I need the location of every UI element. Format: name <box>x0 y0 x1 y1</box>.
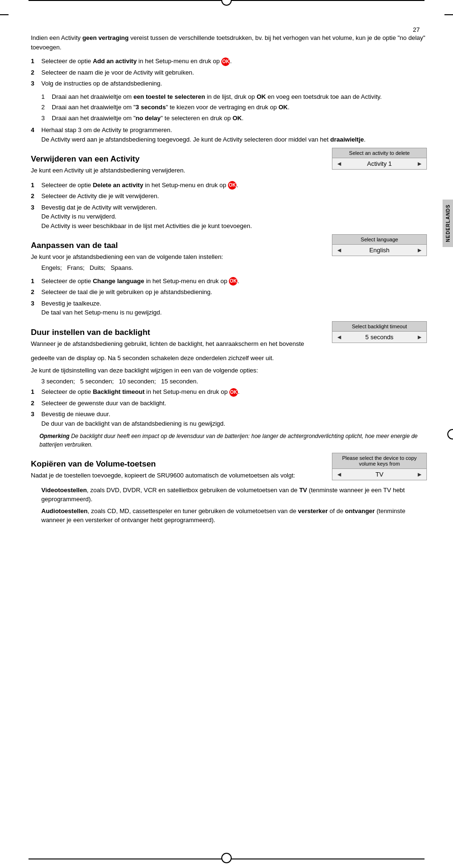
ok-icon: OK <box>221 57 230 66</box>
video-label: Videotoestellen <box>41 486 87 494</box>
left-arrow-icon-2: ◄ <box>336 247 342 254</box>
top-circle-decoration <box>221 0 232 6</box>
step-2-num: 2 <box>31 68 39 77</box>
step-1: 1 Selecteer de optie Add an activity in … <box>31 57 427 66</box>
step-2: 2 Selecteer de naam die je voor de Activ… <box>31 68 427 77</box>
b-step-2: 2 Selecteer de gewenste duur van de back… <box>31 399 427 408</box>
b-step-2-text: Selecteer de gewenste duur van de backli… <box>41 399 166 408</box>
kopiëren-ui-value: TV <box>342 471 416 478</box>
substep-2-num: 2 <box>41 103 50 112</box>
b-step-1: 1 Selecteer de optie Backlight timeout i… <box>31 387 427 397</box>
backlight-ui-row: ◄ 5 seconds ► <box>332 332 426 343</box>
aanpassen-steps: 1 Selecteer de optie Change language in … <box>31 277 427 317</box>
step4-list: 4 Herhaal stap 3 om de Activity te progr… <box>31 125 427 144</box>
v-step-3: 3 Bevestig dat je de Activity wilt verwi… <box>31 203 427 231</box>
b-step-1-text: Selecteer de optie Backlight timeout in … <box>41 387 240 397</box>
kopiëren-heading: Kopiëren van de Volume-toetsen <box>31 459 326 469</box>
verwijderen-text-col: Verwijderen van een Activity Je kunt een… <box>31 148 326 178</box>
ok-icon-3: OK <box>229 277 237 286</box>
verwijderen-intro: Je kunt een Activity uit je afstandsbedi… <box>31 166 326 175</box>
b-step-2-num: 2 <box>31 399 39 408</box>
remark-text: De backlight duur heeft een impact op de… <box>39 433 418 448</box>
backlight-steps: 1 Selecteer de optie Backlight timeout i… <box>31 387 427 428</box>
verwijderen-ui-col: Select an activity to delete ◄ Activity … <box>332 148 427 170</box>
step-4-text: Herhaal stap 3 om de Activity te program… <box>41 125 366 144</box>
right-circle-decoration <box>447 429 453 439</box>
a-step-1-num: 1 <box>31 277 39 286</box>
remark-label: Opmerking <box>39 433 71 439</box>
backlight-heading: Duur instellen van de backlight <box>31 328 326 337</box>
v-step-2-text: Selecteer de Activity die je wilt verwij… <box>41 191 159 201</box>
substep-3: 3 Draai aan het draaiwieltje om "no dela… <box>41 114 427 123</box>
backlight-options: 3 seconden; 5 seconden; 10 seconden; 15 … <box>41 378 427 385</box>
substep-3-text: Draai aan het draaiwieltje om "no delay"… <box>52 114 244 123</box>
step-2-text: Selecteer de naam die je voor de Activit… <box>41 68 194 77</box>
section-kopiëren: Kopiëren van de Volume-toetsen Nadat je … <box>31 453 427 483</box>
a-step-3-num: 3 <box>31 299 39 317</box>
verwijderen-ui-row: ◄ Activity 1 ► <box>332 158 426 169</box>
backlight-extra-text2: Je kunt de tijdsinstelling van deze back… <box>31 366 427 375</box>
ok-icon-2: OK <box>228 181 236 190</box>
v-step-1: 1 Selecteer de optie Delete an activity … <box>31 181 427 190</box>
kopiëren-intro: Nadat je de toestellen toevoegde, kopiee… <box>31 471 326 480</box>
verwijderen-steps: 1 Selecteer de optie Delete an activity … <box>31 181 427 231</box>
aanpassen-ui-row: ◄ English ► <box>332 245 426 256</box>
v-step-2-num: 2 <box>31 191 39 201</box>
aanpassen-ui-box: Select language ◄ English ► <box>332 234 427 256</box>
b-step-3-text: Bevestig de nieuwe duur. De duur van de … <box>41 410 225 428</box>
bottom-circle-decoration <box>221 853 232 863</box>
left-arrow-icon: ◄ <box>336 160 342 167</box>
language-tab: NEDERLANDS <box>443 200 453 247</box>
right-notch <box>444 14 453 29</box>
aanpassen-ui-col: Select language ◄ English ► <box>332 234 427 256</box>
kopiëren-ui-col: Please select the device to copy volume … <box>332 453 427 480</box>
step-3-num: 3 <box>31 79 39 88</box>
main-steps-list: 1 Selecteer de optie Add an activity in … <box>31 57 427 88</box>
right-arrow-icon: ► <box>416 160 423 167</box>
v-step-1-num: 1 <box>31 181 39 190</box>
v-step-3-num: 3 <box>31 203 39 231</box>
step-1-text: Selecteer de optie Add an activity in he… <box>41 57 232 66</box>
page-number: 27 <box>413 26 420 33</box>
verwijderen-ui-value: Activity 1 <box>342 160 416 167</box>
right-arrow-icon-3: ► <box>416 334 423 341</box>
v-step-3-text: Bevestig dat je de Activity wilt verwijd… <box>41 203 252 231</box>
a-step-2-text: Selecteer de taal die je wilt gebruiken … <box>41 287 212 297</box>
a-step-1: 1 Selecteer de optie Change language in … <box>31 277 427 286</box>
aanpassen-ui-value: English <box>342 247 416 254</box>
substep-2-text: Draai aan het draaiwieltje om "3 seconds… <box>52 103 290 112</box>
backlight-intro: Wanneer je de afstandsbediening gebruikt… <box>31 339 326 349</box>
right-arrow-icon-2: ► <box>416 247 423 254</box>
substep-3-num: 3 <box>41 114 50 123</box>
backlight-ui-box: Select backlight timeout ◄ 5 seconds ► <box>332 321 427 343</box>
audio-toestellen-block: Audiotoestellen, zoals CD, MD, cassettes… <box>41 506 427 525</box>
aanpassen-intro: Je kunt voor je afstandsbediening een va… <box>31 252 326 262</box>
substep-1-text: Draai aan het draaiwieltje om een toeste… <box>52 92 382 102</box>
substep-2: 2 Draai aan het draaiwieltje om "3 secon… <box>41 103 427 112</box>
video-toestellen-block: Videotoestellen, zoals DVD, DVDR, VCR en… <box>41 486 427 504</box>
step-1-num: 1 <box>31 57 39 66</box>
aanpassen-ui-header: Select language <box>332 235 426 245</box>
section-aanpassen: Aanpassen van de taal Je kunt voor je af… <box>31 234 427 274</box>
main-content: Indien een Activity geen vertraging vere… <box>31 33 427 844</box>
step-4-num: 4 <box>31 125 39 144</box>
b-step-1-num: 1 <box>31 387 39 397</box>
substep-1-num: 1 <box>41 92 50 102</box>
left-notch <box>0 14 9 29</box>
a-step-2-num: 2 <box>31 287 39 297</box>
left-arrow-icon-4: ◄ <box>336 471 342 478</box>
kopiëren-text-col: Kopiëren van de Volume-toetsen Nadat je … <box>31 453 326 483</box>
aanpassen-heading: Aanpassen van de taal <box>31 241 326 250</box>
kopiëren-ui-header: Please select the device to copy volume … <box>332 453 426 469</box>
ok-icon-4: OK <box>229 388 238 397</box>
backlight-ui-col: Select backlight timeout ◄ 5 seconds ► <box>332 321 427 343</box>
verwijderen-ui-box: Select an activity to delete ◄ Activity … <box>332 148 427 170</box>
section-backlight: Duur instellen van de backlight Wanneer … <box>31 321 427 351</box>
step-4: 4 Herhaal stap 3 om de Activity te progr… <box>31 125 427 144</box>
b-step-3: 3 Bevestig de nieuwe duur. De duur van d… <box>31 410 427 428</box>
backlight-ui-value: 5 seconds <box>342 334 416 341</box>
b-step-3-num: 3 <box>31 410 39 428</box>
verwijderen-heading: Verwijderen van een Activity <box>31 154 326 164</box>
backlight-text-col: Duur instellen van de backlight Wanneer … <box>31 321 326 351</box>
v-step-1-text: Selecteer de optie Delete an activity in… <box>41 181 238 190</box>
